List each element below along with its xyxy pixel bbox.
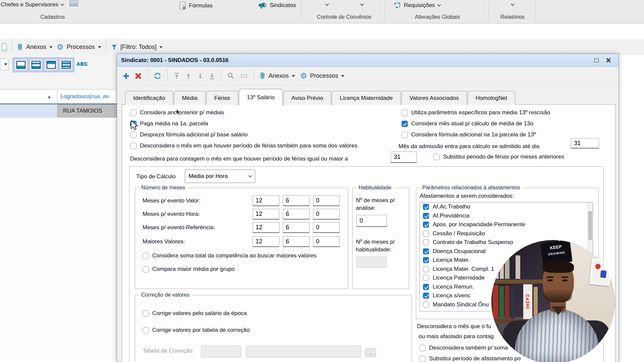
checkbox-substitui-periodo-ferias[interactable]: Substitui periodo de férias por meses an… <box>433 154 564 160</box>
afastamentos-title: Parâmetros relacionados à afastamentos <box>420 185 522 191</box>
meses-analise-field[interactable]: 0 <box>357 215 387 227</box>
checkbox-paga-media-1a-parcela[interactable]: Paga média na 1a. parcela <box>130 120 208 127</box>
checkbox-label: Paga média na 1a. parcela <box>140 120 208 127</box>
toolbar-separator <box>167 69 168 81</box>
tabela-correcao-browse-button[interactable]: ... <box>365 348 376 357</box>
meses-valor-field-1[interactable]: 12 <box>253 195 279 206</box>
maiores-valores-field-1[interactable]: 12 <box>253 236 279 247</box>
chevron-down-icon[interactable] <box>511 2 514 6</box>
meses-valor-field-2[interactable]: 6 <box>283 195 310 206</box>
ceshi-book-spine: Ce3HI <box>523 284 532 319</box>
grid-row-selected[interactable]: RUA TAMOIOS <box>0 104 117 118</box>
list-item-label: Af.Previdência <box>433 213 470 219</box>
grid-column-header-logradouro[interactable]: Logradouro(rua, av <box>60 93 109 100</box>
tab-licenca-maternidade[interactable]: Licença Maternidade <box>332 91 401 105</box>
checkbox-substitui-periodo-afastamento[interactable]: Substitui período de afastamento po <box>419 355 521 362</box>
list-item-cessao-requisicao[interactable]: Cessão / Requisição <box>420 229 593 238</box>
checkbox-desconsidera-mes-ferias-soma[interactable]: Desconsidera o mês em que houver período… <box>130 142 357 149</box>
ribbon-item-formulas[interactable]: Fórmulas <box>179 1 213 10</box>
close-button[interactable]: × <box>604 56 612 64</box>
ribbon-item-sindicatos[interactable]: Sindicatos <box>258 1 296 9</box>
checkbox-despreza-formula-adicional[interactable]: Despreza fórmula adicional p/ base salár… <box>130 131 248 138</box>
tab-ferias[interactable]: Férias <box>206 91 238 105</box>
first-record-button[interactable] <box>173 72 180 80</box>
meses-referencia-field-2[interactable]: 6 <box>283 222 310 233</box>
ribbon-item-chefes[interactable]: Chefes e Supervisores <box>1 1 64 8</box>
dialog-processos-button[interactable]: ⚙ Processos <box>300 72 345 80</box>
layout-top-icon <box>47 61 56 69</box>
tipo-calculo-select[interactable]: Média por Hora <box>185 170 255 183</box>
filter-button[interactable]: [Filtro: Todos] <box>111 44 163 51</box>
dropdown-arrow-icon <box>341 75 344 77</box>
view-toggle-top-pane[interactable] <box>44 59 58 71</box>
processos-button[interactable]: ⚙ Processos <box>57 43 101 51</box>
checkbox-considera-mes-atual[interactable]: Considera mês atual p/ cálculo de média … <box>401 120 533 127</box>
app-window: Chefes e Supervisores Fórmulas Sindicato… <box>0 0 644 362</box>
checkbox-desconsidera-tambem-soma[interactable]: Desconsidera também p/ soma <box>419 345 508 351</box>
meses-referencia-field-1[interactable]: 12 <box>253 222 279 233</box>
checkbox-considera-soma-total[interactable]: Considera soma total da competência ao b… <box>143 252 316 259</box>
checkbox-utiliza-parametros-especificos[interactable]: Utiliza parâmetros específicos para médi… <box>401 109 550 116</box>
afastamento-note-line1: Desconsidera o mês que o fu <box>417 323 491 330</box>
list-item-af-ac-trabalho[interactable]: Af.Ac.Trabalho <box>420 202 593 212</box>
admissao-dia-field[interactable]: 31 <box>571 138 599 148</box>
ribbon-item-sindicatos-label: Sindicatos <box>270 2 296 9</box>
view-toggle-bottom-pane[interactable] <box>14 59 28 71</box>
anexos-button[interactable]: Anexos <box>17 43 53 51</box>
delete-record-button[interactable] <box>135 73 142 79</box>
maiores-valores-field-3[interactable]: 0 <box>313 236 340 247</box>
picture-icon[interactable] <box>69 0 78 6</box>
add-record-button[interactable] <box>122 72 130 80</box>
grid-column-divider[interactable] <box>57 89 57 104</box>
tab-valores-associados[interactable]: Valores Associados <box>401 91 467 105</box>
dialog-title-bar[interactable]: Sindicato: 0001 - SINDADOS - 03.0.0516 × <box>117 54 619 67</box>
maiores-valores-field-2[interactable]: 6 <box>283 236 310 247</box>
view-toggle-stacked[interactable] <box>59 59 73 71</box>
meses-hora-field-1[interactable]: 12 <box>253 209 279 220</box>
mouse-cursor <box>130 120 140 131</box>
ribbon-item-requisicoes[interactable]: Requisições <box>393 1 440 9</box>
last-record-button[interactable] <box>209 72 215 80</box>
ribbon-separator <box>385 1 385 21</box>
list-item-apos-incapacidade[interactable]: Apos. por Incapacidade Permanente <box>420 220 593 229</box>
tabela-correcao-codigo-field <box>201 346 241 358</box>
tab-homolognet[interactable]: HomologNet <box>468 91 516 105</box>
grid-cell-logradouro: RUA TAMOIOS <box>57 104 117 118</box>
sort-ascending-icon[interactable]: ▲ <box>47 94 51 99</box>
meses-hora-field-2[interactable]: 6 <box>283 209 310 220</box>
dialog-anexos-button[interactable]: Anexos <box>260 72 295 80</box>
search-button[interactable] <box>227 72 235 80</box>
tab-identificacao[interactable]: Identificação <box>125 91 173 105</box>
ribbon-item-requisicoes-label: Requisições <box>404 2 435 9</box>
abc-sort-icon[interactable]: ABC <box>76 61 88 66</box>
checkbox-corrige-tabela-correcao[interactable]: Corrige valores por tabela de correção <box>143 327 250 334</box>
ferias-dias-field[interactable]: 31 <box>391 152 417 163</box>
chevron-down-icon[interactable] <box>360 2 364 6</box>
meses-referencia-label: Meses p/ evento Referência: <box>143 224 215 231</box>
list-item-af-previdencia[interactable]: Af.Previdência <box>420 212 593 221</box>
checkbox-box <box>143 310 149 317</box>
numero-meses-title: Número de meses <box>139 185 187 191</box>
scrollbar-thumb[interactable] <box>588 211 592 240</box>
view-dropdown-button[interactable] <box>0 59 9 70</box>
meses-valor-field-3[interactable]: 0 <box>313 195 340 206</box>
checkbox-box <box>401 121 408 127</box>
maximize-button[interactable] <box>592 56 600 64</box>
checkbox-compara-maior-media[interactable]: Compara maior média por grupo <box>143 266 235 273</box>
document-icon[interactable] <box>1 43 7 51</box>
correcao-valores-title: Correção de valores <box>139 292 192 298</box>
chevron-down-icon[interactable] <box>325 2 329 6</box>
meses-referencia-field-3[interactable]: 0 <box>313 222 340 233</box>
requisitions-cycle-icon <box>393 1 401 9</box>
tab-aviso-previo[interactable]: Aviso Prévio <box>283 91 331 105</box>
previous-record-button[interactable] <box>185 72 192 80</box>
tab-media[interactable]: Média <box>174 91 205 105</box>
meses-hora-field-3[interactable]: 0 <box>313 209 340 220</box>
checkbox-box <box>423 248 429 254</box>
view-toggle-split-rows[interactable] <box>29 59 43 71</box>
checkbox-corrige-salario-epoca[interactable]: Corrige valores pelo salário da época <box>143 310 247 317</box>
refresh-button[interactable] <box>153 72 162 80</box>
checkbox-considera-formula-adicional-13[interactable]: Considera fórmula adicional na 1a parcel… <box>401 131 536 138</box>
next-record-button[interactable] <box>197 72 204 80</box>
tab-13-salario[interactable]: 13º Salário <box>239 89 283 106</box>
